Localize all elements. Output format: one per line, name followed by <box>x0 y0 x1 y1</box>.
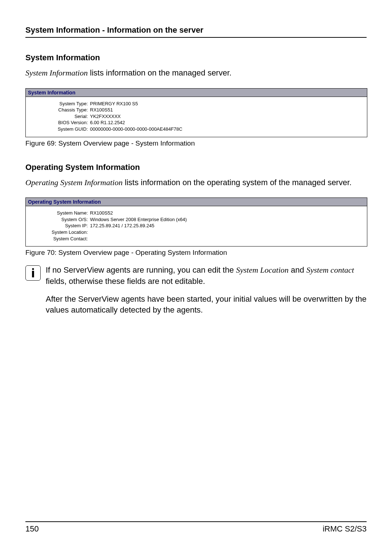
os-info-heading: Operating System Information <box>25 163 367 172</box>
info-icon <box>25 265 41 281</box>
system-info-row-value: RX100S51 <box>90 107 365 113</box>
os-info-row-value: 172.25.89.241 / 172.25.89.245 <box>90 223 365 229</box>
system-info-row-value: YK2FXXXXXX <box>90 113 365 120</box>
system-info-row: System GUID: 00000000-0000-0000-0000-000… <box>28 126 365 133</box>
os-info-row-value <box>90 236 365 242</box>
os-info-row-value <box>90 229 365 236</box>
os-info-panel-title: Operating System Information <box>26 198 367 206</box>
os-info-row: System Name: RX100S52 <box>28 210 365 216</box>
system-info-row: BIOS Version: 6.00 R1.12.2542 <box>28 119 365 126</box>
system-info-intro: System Information lists information on … <box>25 68 367 79</box>
system-info-panel-body: System Type: PRIMERGY RX100 S5 Chassis T… <box>26 97 367 137</box>
footer-divider <box>25 521 367 522</box>
system-info-row-label: Chassis Type: <box>28 107 90 113</box>
system-info-row-label: System Type: <box>28 101 90 107</box>
system-info-row-label: BIOS Version: <box>28 119 90 126</box>
os-info-row-label: System Contact: <box>28 236 90 242</box>
system-info-intro-italic: System Information <box>25 68 88 77</box>
header-divider <box>25 37 367 38</box>
info-note-text: If no ServerView agents are running, you… <box>46 265 367 316</box>
page-footer: 150 iRMC S2/S3 <box>25 521 367 534</box>
system-info-panel-title: System Information <box>26 89 367 97</box>
doc-id: iRMC S2/S3 <box>323 524 367 534</box>
system-info-row: Serial: YK2FXXXXXX <box>28 113 365 120</box>
os-info-row: System O/S: Windows Server 2008 Enterpri… <box>28 216 365 223</box>
os-info-row-value: RX100S52 <box>90 210 365 216</box>
svg-point-0 <box>32 268 34 270</box>
os-info-row: System IP: 172.25.89.241 / 172.25.89.245 <box>28 223 365 229</box>
note-p1-a: If no ServerView agents are running, you… <box>46 265 236 274</box>
system-info-intro-rest: lists information on the managed server. <box>88 68 232 77</box>
page-header-title: System Information - Information on the … <box>25 25 367 35</box>
note-p1-i2: System contact <box>306 265 354 274</box>
os-info-intro-italic: Operating System Information <box>25 178 123 187</box>
info-note: If no ServerView agents are running, you… <box>25 265 367 316</box>
os-info-intro: Operating System Information lists infor… <box>25 177 367 188</box>
figure-70-caption: Figure 70: System Overview page - Operat… <box>25 249 367 257</box>
system-info-panel: System Information System Type: PRIMERGY… <box>25 88 367 137</box>
system-info-row-value: PRIMERGY RX100 S5 <box>90 101 365 107</box>
system-info-heading: System Information <box>25 53 367 62</box>
figure-69-caption: Figure 69: System Overview page - System… <box>25 139 367 147</box>
os-info-panel: Operating System Information System Name… <box>25 197 367 247</box>
os-info-row-label: System O/S: <box>28 216 90 223</box>
info-note-p1: If no ServerView agents are running, you… <box>46 265 367 287</box>
page-number: 150 <box>25 524 39 534</box>
os-info-row-label: System IP: <box>28 223 90 229</box>
note-p1-b: and <box>289 265 306 274</box>
os-info-intro-rest: lists information on the operating syste… <box>123 178 352 187</box>
info-note-p2: After the ServerView agents have been st… <box>46 294 367 316</box>
svg-rect-1 <box>32 271 34 277</box>
os-info-row: System Contact: <box>28 236 365 242</box>
os-info-row-label: System Name: <box>28 210 90 216</box>
system-info-row: System Type: PRIMERGY RX100 S5 <box>28 101 365 107</box>
system-info-row-label: Serial: <box>28 113 90 120</box>
system-info-row-value: 6.00 R1.12.2542 <box>90 119 365 126</box>
system-info-row: Chassis Type: RX100S51 <box>28 107 365 113</box>
note-p1-c: fields, otherwise these fields are not e… <box>46 277 205 286</box>
system-info-row-value: 00000000-0000-0000-0000-000AE484F78C <box>90 126 365 133</box>
os-info-row: System Location: <box>28 229 365 236</box>
note-p1-i1: System Location <box>236 265 289 274</box>
os-info-row-value: Windows Server 2008 Enterprise Edition (… <box>90 216 365 223</box>
os-info-panel-body: System Name: RX100S52 System O/S: Window… <box>26 206 367 246</box>
system-info-row-label: System GUID: <box>28 126 90 133</box>
os-info-row-label: System Location: <box>28 229 90 236</box>
